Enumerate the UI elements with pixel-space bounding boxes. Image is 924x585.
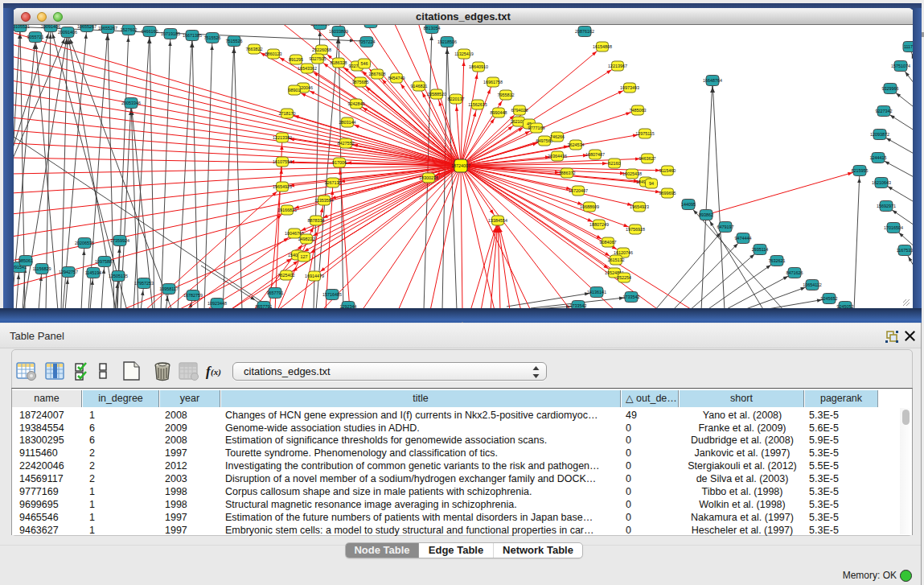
svg-text:17359924: 17359924 — [110, 238, 129, 243]
svg-text:15692971: 15692971 — [877, 204, 896, 208]
svg-text:(x): (x) — [211, 367, 221, 377]
svg-text:8860123: 8860123 — [265, 51, 282, 56]
svg-text:16543362: 16543362 — [298, 66, 317, 71]
svg-text:9055721: 9055721 — [27, 35, 44, 39]
svg-text:19218506: 19218506 — [437, 39, 457, 44]
svg-text:18724007: 18724007 — [451, 163, 470, 168]
svg-text:2718170: 2718170 — [279, 111, 296, 116]
svg-text:2935114: 2935114 — [752, 247, 769, 252]
svg-text:9699695: 9699695 — [659, 191, 676, 196]
svg-text:6479197: 6479197 — [717, 225, 734, 229]
svg-text:7515526: 7515526 — [204, 35, 221, 40]
svg-text:7625402: 7625402 — [278, 273, 295, 278]
svg-text:9657791: 9657791 — [256, 304, 273, 308]
svg-text:16033809: 16033809 — [329, 29, 348, 34]
svg-text:9329966: 9329966 — [882, 86, 899, 91]
svg-text:17957253: 17957253 — [134, 281, 154, 286]
svg-text:1145194: 1145194 — [85, 270, 102, 275]
svg-text:16914479: 16914479 — [305, 274, 324, 278]
svg-text:7485063: 7485063 — [630, 108, 647, 113]
svg-text:10958117: 10958117 — [159, 286, 179, 291]
svg-text:2803144: 2803144 — [339, 120, 356, 125]
svg-text:12975115: 12975115 — [635, 131, 655, 136]
svg-text:985061: 985061 — [18, 258, 33, 263]
svg-text:20053346: 20053346 — [121, 101, 141, 105]
svg-text:7886372: 7886372 — [559, 171, 576, 175]
svg-text:10025438: 10025438 — [622, 171, 642, 176]
svg-text:11353594: 11353594 — [314, 198, 334, 203]
svg-text:19166825: 19166825 — [277, 208, 297, 212]
svg-text:12942757: 12942757 — [59, 270, 78, 274]
svg-text:9245652: 9245652 — [821, 296, 838, 301]
svg-text:9474444: 9474444 — [735, 236, 752, 241]
svg-text:23226058: 23226058 — [312, 47, 331, 52]
svg-text:746266: 746266 — [550, 134, 565, 139]
svg-text:10654112: 10654112 — [803, 282, 822, 287]
svg-text:1733542: 1733542 — [623, 295, 640, 299]
svg-text:127: 127 — [301, 254, 308, 259]
svg-text:1527602: 1527602 — [121, 27, 138, 32]
svg-text:94: 94 — [649, 181, 654, 186]
svg-text:18300235: 18300235 — [419, 175, 438, 180]
svg-text:20364436: 20364436 — [548, 154, 567, 159]
svg-text:6794028: 6794028 — [511, 108, 528, 113]
svg-text:1615132: 1615132 — [608, 257, 625, 262]
svg-text:15751074: 15751074 — [891, 64, 910, 68]
svg-text:891295: 891295 — [289, 57, 303, 62]
svg-text:62160: 62160 — [609, 161, 621, 166]
svg-text:11173: 11173 — [904, 44, 913, 49]
svg-text:16782759: 16782759 — [183, 293, 203, 298]
svg-text:11156829: 11156829 — [32, 266, 51, 271]
svg-text:10923448: 10923448 — [207, 301, 227, 306]
svg-text:3267130: 3267130 — [325, 180, 342, 185]
svg-text:9657791: 9657791 — [267, 290, 284, 295]
svg-text:10807487: 10807487 — [585, 152, 605, 157]
svg-text:3624534: 3624534 — [568, 142, 585, 147]
svg-text:8215955: 8215955 — [852, 168, 869, 173]
svg-text:16107554: 16107554 — [273, 159, 292, 164]
svg-text:8220137: 8220137 — [448, 97, 465, 101]
svg-text:16961758: 16961758 — [483, 80, 503, 84]
svg-text:546: 546 — [361, 61, 368, 66]
svg-text:252254: 252254 — [617, 275, 631, 280]
svg-text:3875685: 3875685 — [352, 80, 369, 84]
svg-text:7515526: 7515526 — [226, 39, 243, 43]
svg-text:12505135: 12505135 — [109, 274, 128, 278]
svg-text:12213967: 12213967 — [608, 64, 627, 68]
svg-text:9146821: 9146821 — [411, 84, 428, 89]
svg-text:9242843: 9242843 — [348, 101, 365, 106]
svg-text:12093872: 12093872 — [870, 132, 889, 137]
svg-text:18640910: 18640910 — [469, 64, 488, 69]
svg-text:19654923: 19654923 — [630, 204, 649, 209]
svg-text:8813054: 8813054 — [424, 26, 441, 31]
svg-text:11325419: 11325419 — [454, 51, 474, 56]
svg-text:917006: 917006 — [332, 160, 347, 165]
svg-text:11562615: 11562615 — [468, 102, 487, 107]
svg-text:15716485: 15716485 — [322, 292, 342, 297]
svg-text:8471626: 8471626 — [786, 270, 803, 275]
svg-text:20105521: 20105521 — [14, 25, 30, 29]
svg-text:10688609: 10688609 — [580, 204, 599, 209]
svg-text:16120746: 16120746 — [614, 250, 633, 255]
svg-text:1733542: 1733542 — [570, 303, 587, 308]
svg-text:12213382: 12213382 — [273, 135, 292, 140]
svg-text:9084067: 9084067 — [600, 240, 617, 245]
svg-text:16648764: 16648764 — [703, 78, 722, 83]
svg-text:15720407: 15720407 — [569, 188, 588, 193]
svg-text:7357224: 7357224 — [359, 39, 376, 44]
svg-text:20091406: 20091406 — [58, 30, 77, 35]
svg-text:1498222: 1498222 — [298, 237, 315, 241]
svg-text:14136141: 14136141 — [587, 290, 606, 295]
svg-text:893862: 893862 — [699, 212, 713, 217]
svg-text:16033809: 16033809 — [310, 25, 330, 27]
svg-text:144095: 144095 — [681, 202, 696, 207]
svg-text:8454749: 8454749 — [388, 76, 405, 80]
svg-text:1244415: 1244415 — [870, 155, 887, 160]
svg-text:2867608: 2867608 — [369, 72, 386, 76]
svg-text:1167533: 1167533 — [897, 248, 913, 253]
svg-text:9327505: 9327505 — [310, 56, 326, 61]
svg-text:17016504: 17016504 — [884, 225, 903, 230]
svg-text:20091406: 20091406 — [41, 25, 60, 29]
svg-text:9777169: 9777169 — [528, 126, 545, 130]
svg-text:19654925: 19654925 — [273, 184, 292, 189]
